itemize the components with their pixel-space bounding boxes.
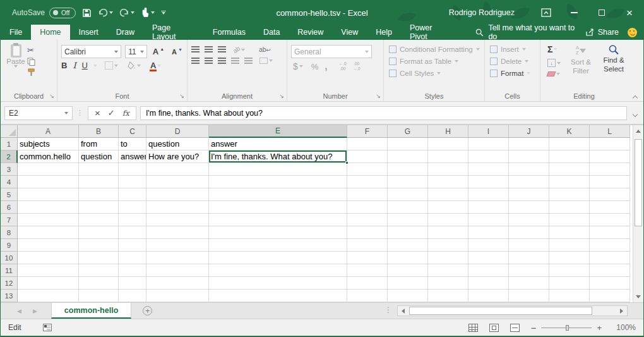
vertical-scroll-thumb[interactable] xyxy=(635,139,642,226)
cell-K10[interactable] xyxy=(549,252,590,264)
column-header-E[interactable]: E xyxy=(209,125,347,138)
cell-I8[interactable] xyxy=(468,226,509,239)
increase-indent-button[interactable] xyxy=(244,58,253,64)
sort-filter-button[interactable]: AZ Sort & Filter xyxy=(566,43,596,78)
page-layout-view-button[interactable] xyxy=(489,324,499,332)
fill-button[interactable]: ↓ xyxy=(546,58,564,68)
enter-button[interactable]: ✓ xyxy=(108,108,115,118)
row-header-6[interactable]: 6 xyxy=(1,201,18,214)
grow-font-button[interactable]: A▲ xyxy=(151,46,166,58)
find-select-button[interactable]: Find & Select xyxy=(597,43,630,78)
cell-C13[interactable] xyxy=(119,290,146,302)
styles-item-format-as-table[interactable]: Format as Table xyxy=(389,55,482,67)
cell-H6[interactable] xyxy=(428,201,468,214)
zoom-slider-thumb[interactable] xyxy=(566,325,569,331)
cell-E11[interactable] xyxy=(209,264,347,277)
cell-H13[interactable] xyxy=(428,290,468,302)
cell-L3[interactable] xyxy=(590,163,630,176)
row-header-10[interactable]: 10 xyxy=(1,252,18,264)
cell-B12[interactable] xyxy=(79,277,119,290)
cell-C3[interactable] xyxy=(119,163,146,176)
row-header-3[interactable]: 3 xyxy=(1,163,18,176)
normal-view-button[interactable] xyxy=(468,324,478,332)
sheet-next-button[interactable]: ▶ xyxy=(33,308,37,314)
cell-D12[interactable] xyxy=(146,277,209,290)
cell-F5[interactable] xyxy=(347,188,388,201)
row-header-7[interactable]: 7 xyxy=(1,214,18,226)
cell-J10[interactable] xyxy=(509,252,549,264)
cell-A11[interactable] xyxy=(18,264,79,277)
cell-F8[interactable] xyxy=(347,226,388,239)
clipboard-dialog-launcher[interactable]: ↘ xyxy=(49,93,54,99)
borders-button[interactable] xyxy=(103,60,120,71)
cell-I10[interactable] xyxy=(468,252,509,264)
column-header-L[interactable]: L xyxy=(590,125,630,138)
decrease-decimal-button[interactable]: .00 →.0 xyxy=(353,61,361,71)
cell-H7[interactable] xyxy=(428,214,468,226)
cell-B11[interactable] xyxy=(79,264,119,277)
center-button[interactable] xyxy=(205,58,213,64)
cells-item-insert[interactable]: Insert xyxy=(490,43,537,55)
cell-J8[interactable] xyxy=(509,226,549,239)
cell-L2[interactable] xyxy=(590,150,630,163)
cell-B6[interactable] xyxy=(79,201,119,214)
row-header-1[interactable]: 1 xyxy=(1,138,18,150)
formula-input[interactable]: I'm fine, thanks. What about you? xyxy=(140,106,627,120)
tell-me-box[interactable]: Tell me what you want to do xyxy=(475,25,585,40)
styles-item-conditional-formatting[interactable]: Conditional Formatting xyxy=(389,43,482,55)
cell-K9[interactable] xyxy=(549,239,590,252)
cell-E4[interactable] xyxy=(209,176,347,188)
cell-A12[interactable] xyxy=(18,277,79,290)
cell-G1[interactable] xyxy=(388,138,428,150)
cell-C11[interactable] xyxy=(119,264,146,277)
cell-J6[interactable] xyxy=(509,201,549,214)
cell-D6[interactable] xyxy=(146,201,209,214)
cell-I9[interactable] xyxy=(468,239,509,252)
cut-button[interactable]: ✂ xyxy=(27,46,35,55)
redo-dropdown-arrow[interactable] xyxy=(131,11,134,14)
cell-A8[interactable] xyxy=(18,226,79,239)
cell-D1[interactable]: question xyxy=(146,138,209,150)
cell-I6[interactable] xyxy=(468,201,509,214)
cell-H2[interactable] xyxy=(428,150,468,163)
autosum-button[interactable]: Σ xyxy=(546,43,564,56)
shrink-font-button[interactable]: A▼ xyxy=(170,47,184,57)
fill-handle[interactable] xyxy=(345,161,349,164)
cell-G11[interactable] xyxy=(388,264,428,277)
cell-F7[interactable] xyxy=(347,214,388,226)
cell-D13[interactable] xyxy=(146,290,209,302)
column-header-J[interactable]: J xyxy=(509,125,549,138)
cell-L12[interactable] xyxy=(590,277,630,290)
cell-K13[interactable] xyxy=(549,290,590,302)
cell-K2[interactable] xyxy=(549,150,590,163)
cell-L11[interactable] xyxy=(590,264,630,277)
cell-A10[interactable] xyxy=(18,252,79,264)
page-break-view-button[interactable] xyxy=(510,324,520,332)
cell-E2[interactable]: I'm fine, thanks. What about you? xyxy=(209,150,347,163)
cell-I12[interactable] xyxy=(468,277,509,290)
cell-B1[interactable]: from xyxy=(79,138,119,150)
save-button[interactable] xyxy=(82,8,92,18)
italic-button[interactable]: I xyxy=(73,61,76,70)
row-header-9[interactable]: 9 xyxy=(1,239,18,252)
cell-G5[interactable] xyxy=(388,188,428,201)
cell-I3[interactable] xyxy=(468,163,509,176)
format-painter-button[interactable] xyxy=(27,68,35,77)
font-color-button[interactable]: A xyxy=(148,60,163,71)
close-button[interactable]: × xyxy=(616,1,643,25)
align-left-button[interactable] xyxy=(191,58,200,64)
alignment-dialog-launcher[interactable]: ↘ xyxy=(279,93,284,99)
cell-J2[interactable] xyxy=(509,150,549,163)
underline-dropdown-arrow[interactable] xyxy=(93,64,97,67)
undo-button[interactable] xyxy=(98,9,113,17)
number-format-select[interactable]: General xyxy=(291,45,372,58)
cell-G9[interactable] xyxy=(388,239,428,252)
paste-button[interactable]: Paste xyxy=(4,43,27,77)
column-header-D[interactable]: D xyxy=(146,125,209,138)
cell-J3[interactable] xyxy=(509,163,549,176)
font-name-select[interactable]: Calibri xyxy=(61,45,121,58)
cell-F6[interactable] xyxy=(347,201,388,214)
cell-C10[interactable] xyxy=(119,252,146,264)
cell-C2[interactable]: answer xyxy=(119,150,146,163)
cell-I11[interactable] xyxy=(468,264,509,277)
